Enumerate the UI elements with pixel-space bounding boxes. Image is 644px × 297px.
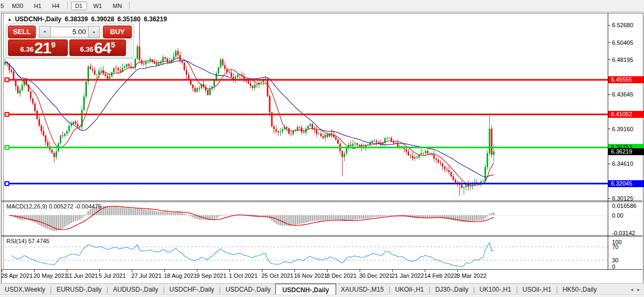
date-label: 8 Dec 2021: [327, 272, 356, 279]
sell-price-sup: 9: [51, 40, 55, 49]
tab-usoil-h1[interactable]: USOil-,H1: [518, 285, 556, 294]
date-label: 14 Feb 2022: [424, 272, 457, 279]
timeframe-button-mn[interactable]: MN: [108, 2, 126, 10]
tabs-scroll-left-icon[interactable]: ◂: [631, 287, 633, 292]
sell-price-panel[interactable]: 6.36 21 9: [8, 39, 68, 56]
price-tick: [608, 42, 610, 43]
date-tick: [229, 270, 230, 272]
rsi-panel-separator[interactable]: [2, 235, 642, 236]
toolbar-separator: [129, 2, 130, 10]
tab-xauusd-m15[interactable]: XAUUSD-,M15: [336, 285, 389, 294]
date-tick: [425, 270, 425, 272]
timeframe-button-5[interactable]: 5: [0, 2, 6, 10]
date-label: 30 Dec 2021: [359, 272, 392, 279]
date-label: 28 Apr 2021: [1, 272, 33, 279]
date-label: 20 May 2021: [34, 272, 68, 279]
buy-price-sup: 5: [111, 40, 115, 49]
level-line-handle[interactable]: [5, 78, 9, 82]
timeframe-button-w1[interactable]: W1: [89, 2, 107, 10]
date-tick: [132, 270, 132, 272]
price-tick-label: 6.50405: [612, 39, 633, 46]
date-label: 11 Jun 2021: [66, 272, 98, 279]
date-tick: [67, 270, 67, 272]
timeframe-button-m30[interactable]: M30: [7, 2, 27, 10]
tabs-scroll-right-icon[interactable]: ▸: [637, 287, 640, 292]
bottom-strip: [0, 294, 644, 297]
rsi-axis-label: 30: [612, 257, 618, 263]
ohlc-low: 6.35180: [117, 15, 140, 23]
level-price-label: 6.41052: [608, 111, 644, 118]
date-label: 1 Oct 2021: [229, 272, 258, 279]
price-axis-line: [608, 13, 608, 269]
tab-audusd-daily[interactable]: AUDUSD-,Daily: [108, 285, 163, 294]
sell-button[interactable]: SELL: [8, 26, 36, 38]
price-tick-label: 6.39160: [612, 126, 633, 132]
price-tick-label: 6.34610: [612, 160, 633, 167]
tab-usdchf-daily[interactable]: USDCHF-,Daily: [165, 285, 219, 294]
price-tick: [608, 198, 610, 199]
tab-uk100-h1[interactable]: UK100-,H1: [475, 285, 516, 294]
tab-usdx-weekly[interactable]: USDX,Weekly: [0, 285, 50, 294]
date-label: 27 Jul 2021: [131, 272, 162, 279]
date-label: 18 Aug 2021: [164, 272, 197, 279]
moving-average-fast: [5, 58, 494, 186]
toolbar-separator: [67, 2, 68, 10]
volume-decrease-button[interactable]: ▼: [39, 26, 51, 38]
sell-price-prefix: 6.36: [20, 45, 34, 55]
date-tick: [295, 270, 295, 272]
one-click-trading-widget: SELL ▼ ▲ BUY 6.36 21 9 6.36 64 5: [6, 23, 134, 58]
date-tick: [457, 270, 458, 272]
date-axis-line: [2, 269, 642, 270]
sell-price-big: 21: [34, 40, 51, 55]
date-tick: [34, 270, 35, 272]
collapse-triangle-icon[interactable]: ▲: [7, 17, 12, 22]
price-tick-label: 6.48195: [612, 57, 633, 63]
timeframe-button-h4[interactable]: H4: [48, 2, 64, 10]
tab-usdcnh-daily[interactable]: USDCNH-,Daily: [275, 284, 336, 295]
volume-increase-button[interactable]: ▲: [88, 26, 100, 38]
chart-title-bar: ▲ USDCNH-,Daily 6.38339 6.39028 6.35180 …: [7, 15, 170, 23]
buy-button[interactable]: BUY: [103, 26, 132, 38]
rsi-indicator-label: RSI(14) 57.4745: [6, 238, 50, 244]
date-tick: [392, 270, 393, 272]
rsi-axis-label: 0: [612, 263, 615, 270]
timeframe-button-h1[interactable]: H1: [30, 2, 46, 10]
date-tick: [164, 270, 165, 272]
price-tick: [608, 164, 610, 164]
date-label: 5 Jul 2021: [99, 272, 126, 279]
tab-eurusd-daily[interactable]: EURUSD-,Daily: [52, 285, 107, 294]
level-line-handle[interactable]: [5, 146, 9, 149]
date-tick: [197, 270, 197, 272]
date-label: 25 Oct 2021: [261, 272, 293, 279]
mt4-workspace: 5M30H1H4D1W1MN ▲ USDCNH-,Daily 6.38339 6…: [0, 0, 644, 297]
date-label: 8 Mar 2022: [457, 272, 487, 279]
rsi-plot[interactable]: [4, 237, 608, 269]
buy-price-panel[interactable]: 6.36 64 5: [69, 39, 126, 56]
macd-panel-separator[interactable]: [2, 200, 642, 201]
level-line-handle[interactable]: [5, 113, 9, 116]
volume-input[interactable]: [51, 27, 88, 37]
chart-symbol-title: USDCNH-,Daily: [15, 15, 61, 23]
macd-axis-label: -0.03142: [612, 230, 635, 236]
buy-price-big: 64: [94, 40, 110, 55]
price-tick: [608, 25, 610, 26]
tab-ukoil-h1[interactable]: UKOil-,H1: [391, 285, 429, 294]
tab-hk50-daily[interactable]: HK50-,Daily: [558, 285, 601, 294]
date-tick: [262, 270, 263, 272]
ohlc-close: 6.36219: [144, 15, 166, 23]
date-tick: [2, 270, 2, 272]
date-tick: [327, 270, 328, 272]
level-price-label: 6.32045: [608, 180, 644, 187]
level-price-label: 6.45555: [608, 76, 644, 83]
tab-dj30-daily[interactable]: DJ30-,Daily: [431, 285, 473, 294]
timeframe-button-d1[interactable]: D1: [71, 2, 87, 10]
level-line-handle[interactable]: [5, 182, 9, 186]
date-tick: [360, 270, 360, 272]
rsi-axis-label: 70: [612, 244, 618, 250]
ohlc-open: 6.38339: [65, 15, 88, 23]
price-tick-label: 6.52680: [612, 22, 633, 28]
price-tick-label: 6.30125: [612, 195, 633, 202]
chart-tab-bar: USDX,Weekly|EURUSD-,Daily|AUDUSD-,Daily|…: [0, 283, 644, 295]
current-price-label: 6.36219: [608, 148, 644, 155]
tab-usdcad-daily[interactable]: USDCAD-,Daily: [221, 285, 276, 294]
